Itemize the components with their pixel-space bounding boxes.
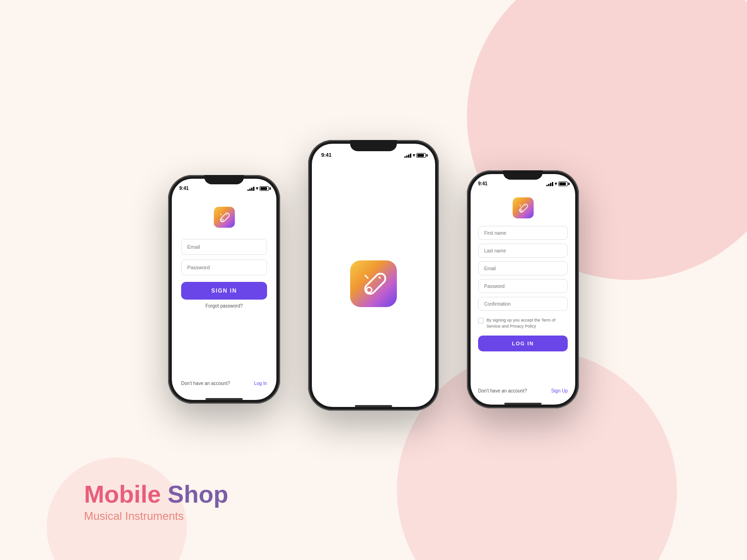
last-name-input[interactable] xyxy=(478,244,568,258)
wifi-icon-2: ▾ xyxy=(413,153,415,158)
status-icons-3: ▾ xyxy=(546,181,568,186)
svg-line-1 xyxy=(226,214,227,215)
screen-signup: 9:41 ▾ xyxy=(471,174,575,405)
signup-link[interactable]: Sign Up xyxy=(551,388,568,393)
terms-text: By signing up you accept the Term of Ser… xyxy=(486,317,568,329)
home-indicator-2 xyxy=(355,405,392,407)
signal-2 xyxy=(404,153,411,158)
time-3: 9:41 xyxy=(478,181,487,186)
logo-area-1 xyxy=(214,207,235,228)
screen-splash: 9:41 ▾ xyxy=(312,144,435,407)
guitar-icon-2 xyxy=(359,270,388,298)
time-1: 9:41 xyxy=(179,186,189,191)
home-indicator-1 xyxy=(205,398,243,400)
no-account-text-1: Don't have an account? xyxy=(181,381,230,386)
guitar-icon-3 xyxy=(517,203,529,214)
no-account-text-3: Don't have an account? xyxy=(478,388,527,393)
svg-point-0 xyxy=(221,219,224,221)
svg-line-2 xyxy=(220,213,222,215)
splash-content xyxy=(312,161,435,407)
signin-content: SIGN IN Forgot password? Don't have an a… xyxy=(172,193,276,400)
battery-2 xyxy=(416,153,426,158)
notch-2 xyxy=(350,140,397,151)
time-2: 9:41 xyxy=(321,152,331,158)
first-name-input[interactable] xyxy=(478,226,568,240)
app-logo-2 xyxy=(350,260,397,307)
notch-3 xyxy=(503,170,543,180)
terms-checkbox[interactable] xyxy=(478,318,484,323)
phone-signup: 9:41 ▾ xyxy=(467,170,579,408)
email-input-1[interactable] xyxy=(181,239,267,255)
wifi-icon-1: ▾ xyxy=(256,186,258,191)
signin-button[interactable]: SIGN IN xyxy=(181,282,267,300)
bottom-nav-1: Don't have an account? Log In xyxy=(181,377,267,395)
terms-row: By signing up you accept the Term of Ser… xyxy=(478,317,568,329)
notch-1 xyxy=(204,175,244,184)
signal-3 xyxy=(546,182,553,186)
password-input-3[interactable] xyxy=(478,279,568,293)
status-icons-1: ▾ xyxy=(247,186,269,191)
svg-line-7 xyxy=(525,205,526,206)
app-logo-3 xyxy=(513,197,534,218)
battery-3 xyxy=(558,182,568,186)
bottom-nav-3: Don't have an account? Sign Up xyxy=(478,385,568,401)
svg-point-3 xyxy=(366,287,372,293)
phone-signin: 9:41 ▾ xyxy=(168,175,280,404)
brand-mobile: Mobile xyxy=(84,481,161,508)
branding: Mobile Shop Musical Instruments xyxy=(84,481,228,523)
branding-title: Mobile Shop xyxy=(84,481,228,508)
branding-subtitle: Musical Instruments xyxy=(84,510,228,523)
status-icons-2: ▾ xyxy=(404,153,426,158)
email-input-3[interactable] xyxy=(478,261,568,275)
signup-content: By signing up you accept the Term of Ser… xyxy=(471,188,575,405)
svg-line-8 xyxy=(520,204,521,206)
login-button-3[interactable]: LOG IN xyxy=(478,336,568,351)
svg-line-4 xyxy=(379,277,381,279)
screen-signin: 9:41 ▾ xyxy=(172,179,276,400)
password-input-1[interactable] xyxy=(181,259,267,275)
home-indicator-3 xyxy=(504,403,542,405)
svg-line-5 xyxy=(365,275,368,279)
brand-shop: Shop xyxy=(161,481,228,508)
phone-splash: 9:41 ▾ xyxy=(308,140,439,411)
signal-1 xyxy=(247,186,254,191)
confirmation-input[interactable] xyxy=(478,297,568,311)
battery-1 xyxy=(260,186,269,191)
forgot-password-link[interactable]: Forgot password? xyxy=(205,303,243,308)
guitar-icon-1 xyxy=(218,211,230,224)
phones-container: 9:41 ▾ xyxy=(0,0,747,560)
app-logo-1 xyxy=(214,207,235,228)
login-link-1[interactable]: Log In xyxy=(254,381,267,386)
svg-point-6 xyxy=(520,210,522,212)
logo-area-3 xyxy=(513,197,534,218)
wifi-icon-3: ▾ xyxy=(555,181,557,186)
